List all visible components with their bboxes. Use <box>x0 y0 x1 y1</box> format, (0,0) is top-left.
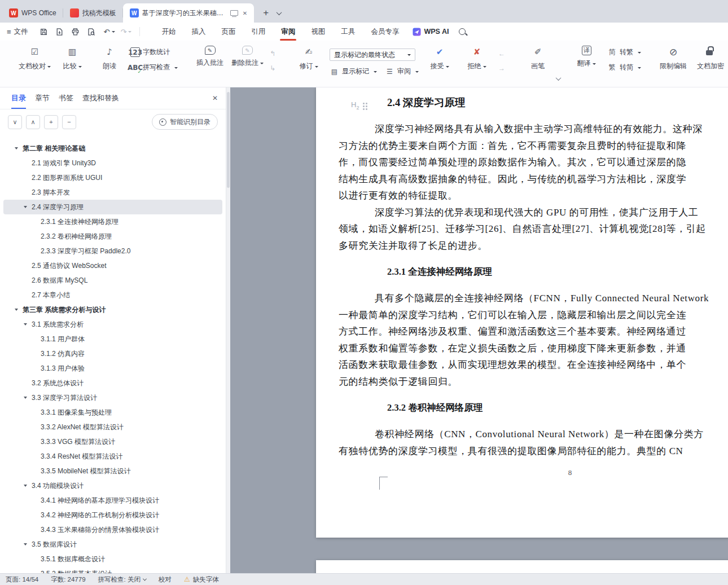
menu-tab-工具[interactable]: 工具 <box>333 23 363 41</box>
collapse-triangle-icon[interactable] <box>15 147 18 151</box>
expand-all-button[interactable]: ∨ <box>8 115 22 129</box>
toc-item[interactable]: 3.4.2 神经网络的工作机制分析模块设计 <box>3 508 222 522</box>
toc-item[interactable]: 3.1 系统需求分析 <box>3 317 222 332</box>
spell-check-button[interactable]: ABC拼写检查 <box>130 63 178 72</box>
insert-comment-button[interactable]: ✎插入批注 <box>191 41 229 68</box>
menu-tab-页面[interactable]: 页面 <box>213 23 243 41</box>
word-count-button[interactable]: 123字数统计 <box>130 47 178 57</box>
toc-item[interactable]: 3.1.1 用户群体 <box>3 332 222 346</box>
smart-toc-button[interactable]: 智能识别目录 <box>152 114 218 130</box>
toc-item[interactable]: 3.3 深度学习算法设计 <box>3 390 222 405</box>
document-page-next[interactable] <box>316 560 728 573</box>
compare-button[interactable]: ▥比较 <box>54 41 91 71</box>
expand-level-button[interactable]: + <box>44 115 58 129</box>
window-tab-docer[interactable]: 找稿壳模板 <box>63 3 123 23</box>
tab-list-dropdown[interactable] <box>273 6 284 20</box>
toc-item[interactable]: 3.3.3 VGG 模型算法设计 <box>3 434 222 449</box>
window-tab-document[interactable]: W基于深度学习的玉米果穗筛分✕ <box>123 3 254 23</box>
toc-item[interactable]: 2.3.1 全连接神经网络原理 <box>3 214 222 229</box>
track-changes-button[interactable]: ✍修订 <box>290 41 327 71</box>
collapse-triangle-icon[interactable] <box>24 206 27 210</box>
missing-font-warning[interactable]: ⚠ 缺失字体 <box>184 575 219 584</box>
toc-item[interactable]: 第三章 系统需求分析与设计 <box>3 302 222 317</box>
undo-button[interactable]: ↶ <box>102 27 117 37</box>
toc-item[interactable]: 3.3.4 ResNet 模型算法设计 <box>3 449 222 464</box>
collapse-triangle-icon[interactable] <box>24 397 27 401</box>
sidebar-tab-书签[interactable]: 书签 <box>54 87 78 109</box>
save-button[interactable] <box>37 25 51 38</box>
new-tab-button[interactable]: + <box>258 6 273 20</box>
close-tab-button[interactable]: ✕ <box>243 10 247 16</box>
sidebar-scrollbar[interactable] <box>226 87 230 573</box>
toc-item[interactable]: 2.2 图形界面系统 UGUI <box>3 170 222 185</box>
toc-item[interactable]: 3.4 功能模块设计 <box>3 478 222 493</box>
toc-item[interactable]: 2.3 脚本开发 <box>3 185 222 200</box>
scrollbar-thumb[interactable] <box>227 92 230 188</box>
toc-item[interactable]: 3.2 系统总体设计 <box>3 376 222 390</box>
menu-tab-会员专享[interactable]: 会员专享 <box>363 23 407 41</box>
sidebar-tab-目录[interactable]: 目录 <box>7 87 30 109</box>
toc-item[interactable]: 3.5 数据库设计 <box>3 537 222 552</box>
menu-tab-审阅[interactable]: 审阅 <box>273 23 303 41</box>
doc-proof-button[interactable]: ☑文档校对 <box>16 41 54 71</box>
word-count-indicator[interactable]: 字数: 24779 <box>51 575 85 584</box>
print-button[interactable] <box>69 25 82 38</box>
toc-item[interactable]: 2.1 游戏引擎 Unity3D <box>3 156 222 170</box>
export-pdf-button[interactable] <box>53 25 67 38</box>
review-pane-button[interactable]: ☰审阅 <box>385 67 419 76</box>
toc-item[interactable]: 3.5.2 数据库基本表设计 <box>3 566 222 573</box>
collapse-triangle-icon[interactable] <box>24 323 27 327</box>
toc-item[interactable]: 3.1.2 仿真内容 <box>3 346 222 361</box>
encrypt-button[interactable]: 文档加密 <box>692 41 728 71</box>
drag-handle-icon[interactable] <box>363 102 368 110</box>
restrict-edit-button[interactable]: ⊘限制编辑 <box>655 41 692 71</box>
toc-item[interactable]: 2.3.2 卷积神经网络原理 <box>3 229 222 244</box>
search-button[interactable] <box>454 25 470 38</box>
toc-item[interactable]: 3.4.1 神经网络的基本原理学习模块设计 <box>3 493 222 508</box>
toc-item[interactable]: 3.3.5 MobileNet 模型算法设计 <box>3 464 222 478</box>
toc-item[interactable]: 3.1.3 用户体验 <box>3 361 222 376</box>
sidebar-tab-查找和替换[interactable]: 查找和替换 <box>78 87 124 109</box>
sidebar-tab-章节[interactable]: 章节 <box>30 87 54 109</box>
collapse-level-button[interactable]: − <box>62 115 76 129</box>
close-sidebar-button[interactable]: ✕ <box>212 87 218 109</box>
print-icon <box>71 28 80 36</box>
file-menu-button[interactable]: ≡ 文件 <box>0 23 35 41</box>
spell-check-toggle[interactable]: 拼写检查: 关闭 <box>98 575 146 584</box>
accept-button[interactable]: ✔接受 <box>421 41 458 71</box>
menu-tab-插入[interactable]: 插入 <box>183 23 213 41</box>
toc-item[interactable]: 2.6 数据库 MySQL <box>3 273 222 288</box>
toc-item[interactable]: 2.4 深度学习原理 <box>3 200 222 214</box>
menu-tab-开始[interactable]: 开始 <box>154 23 183 41</box>
print-preview-button[interactable] <box>85 25 98 38</box>
proofread-button[interactable]: 校对 <box>159 575 172 584</box>
toc-item[interactable]: 2.5 通信协议 WebSocket <box>3 258 222 273</box>
menu-tab-引用[interactable]: 引用 <box>243 23 273 41</box>
encrypt-icon <box>704 46 717 58</box>
toc-item[interactable]: 第二章 相关理论基础 <box>3 141 222 156</box>
collapse-triangle-icon[interactable] <box>15 309 18 313</box>
show-markup-button[interactable]: ▤显示标记 <box>330 67 377 76</box>
toc-item[interactable]: 2.3.3 深度学习框架 Paddle2.0 <box>3 244 222 258</box>
to-simplified-button[interactable]: 繁转简 <box>607 63 641 72</box>
document-page[interactable]: 8 H22.4 深度学习原理深度学习神经网络具有从输入数据中主动学习高维特征的有… <box>316 87 728 538</box>
translate-button[interactable]: 译翻译 <box>568 41 605 68</box>
wps-ai-button[interactable]: WPS AI <box>407 28 454 36</box>
menu-tab-视图[interactable]: 视图 <box>303 23 333 41</box>
collapse-triangle-icon[interactable] <box>24 543 27 547</box>
toc-item[interactable]: 2.7 本章小结 <box>3 288 222 302</box>
to-traditional-button[interactable]: 简转繁 <box>607 47 641 57</box>
markup-state-select[interactable]: 显示标记的最终状态 <box>330 49 415 61</box>
collapse-all-button[interactable]: ∧ <box>26 115 40 129</box>
ink-button[interactable]: ✐画笔 <box>519 41 556 71</box>
page-indicator[interactable]: 页面: 14/54 <box>6 575 38 584</box>
reject-button[interactable]: ✘拒绝 <box>458 41 495 71</box>
window-tab-home[interactable]: WWPS Office <box>2 3 63 23</box>
heading-level-handle[interactable]: H2 <box>351 96 368 116</box>
toc-item[interactable]: 3.3.2 AlexNet 模型算法设计 <box>3 420 222 434</box>
toc-item[interactable]: 3.3.1 图像采集与预处理 <box>3 405 222 420</box>
read-aloud-button[interactable]: ♪朗读 <box>91 41 128 71</box>
collapse-triangle-icon[interactable] <box>24 485 27 489</box>
toc-item[interactable]: 3.5.1 数据库概念设计 <box>3 552 222 566</box>
toc-item[interactable]: 3.4.3 玉米果穗筛分的情景体验模块设计 <box>3 522 222 537</box>
